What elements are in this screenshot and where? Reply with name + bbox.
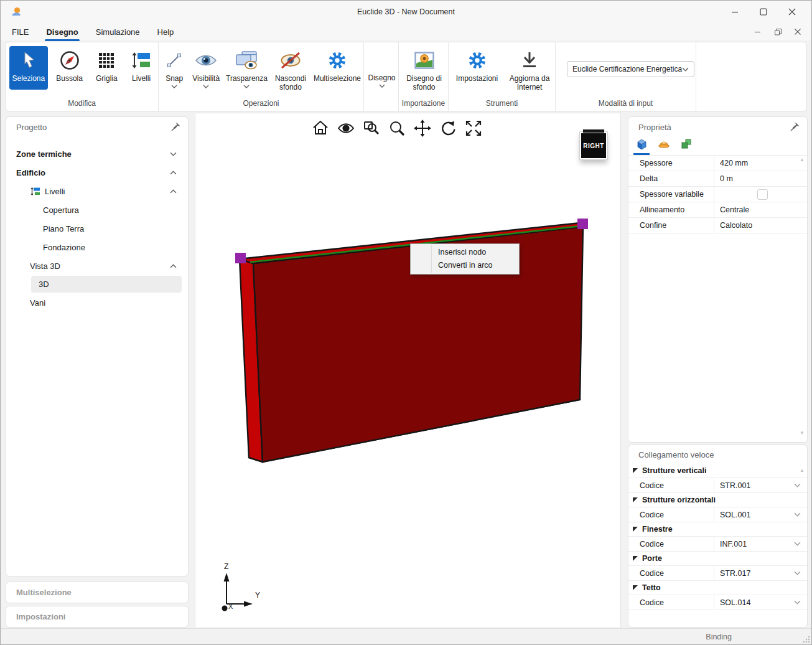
menu-help[interactable]: Help [151, 25, 180, 39]
home-view-button[interactable] [310, 118, 330, 138]
expander-triangle-icon [633, 585, 638, 590]
menu-disegno[interactable]: Disegno [40, 25, 84, 39]
menu-simulazione[interactable]: Simulazione [90, 25, 146, 39]
properties-tab-components[interactable] [678, 136, 694, 155]
document-close-icon [795, 29, 801, 35]
section-porte[interactable]: Porte [628, 552, 807, 566]
resize-grip[interactable] [803, 636, 810, 643]
document-close-button[interactable] [788, 24, 808, 39]
chevron-down-icon [203, 85, 209, 88]
view-cube[interactable]: RIGHT [580, 132, 607, 159]
pan-button[interactable] [413, 118, 432, 138]
property-value-confine[interactable]: Calcolato [714, 218, 807, 233]
griglia-button[interactable]: Griglia [91, 46, 122, 83]
visibility-view-button[interactable] [336, 118, 356, 138]
tree-item-vani[interactable]: Vani [6, 293, 188, 312]
rotate-button[interactable] [438, 118, 458, 138]
visibilita-button[interactable]: Visibilità [190, 46, 222, 88]
scroll-down-arrow[interactable]: ▼ [799, 430, 805, 436]
zoom-button[interactable] [387, 118, 407, 138]
tree-item-piano-terra[interactable]: Piano Terra [6, 219, 188, 238]
property-value-allineamento[interactable]: Centrale [714, 202, 807, 217]
trasparenza-button[interactable]: Trasparenza [226, 46, 268, 88]
impostazioni-panel-header[interactable]: Impostazioni [6, 606, 189, 628]
document-minimize-icon [755, 29, 761, 35]
expander-triangle-icon [633, 556, 638, 561]
chevron-down-icon [171, 85, 177, 88]
codice-strutture-verticali-select[interactable]: STR.001 [714, 478, 807, 492]
tree-item-edificio[interactable]: Edificio [6, 163, 188, 182]
gear-icon [467, 49, 488, 72]
property-row-delta: Delta 0 m [628, 171, 807, 187]
context-menu-item-converti-in-arco[interactable]: Converti in arco [411, 259, 519, 272]
spessore-variabile-checkbox[interactable] [757, 189, 768, 200]
menu-file[interactable]: FILE [6, 25, 35, 39]
codice-tetto-select[interactable]: SOL.014 [714, 595, 807, 610]
properties-tab-geometry[interactable] [633, 136, 650, 155]
chevron-down-icon [794, 600, 801, 605]
tree-item-vista-3d[interactable]: Vista 3D [6, 257, 188, 275]
aggiorna-da-internet-button[interactable]: Aggiorna da Internet [506, 46, 553, 92]
section-finestre[interactable]: Finestre [628, 522, 807, 537]
tree-item-zone-termiche[interactable]: Zone termiche [6, 144, 188, 163]
tree-item-fondazione[interactable]: Fondazione [6, 238, 188, 257]
download-icon [520, 49, 539, 72]
livelli-button[interactable]: Livelli [127, 46, 156, 83]
document-restore-button[interactable] [768, 24, 788, 39]
menu-bar: FILE Disegno Simulazione Help [1, 23, 811, 40]
close-button[interactable] [778, 2, 806, 21]
codice-porte-select[interactable]: STR.017 [714, 566, 807, 580]
zoom-window-icon [362, 119, 381, 138]
chevron-down-icon [243, 85, 250, 88]
viewport-3d[interactable]: RIGHT Inserisci nodo Converti in arco Z … [195, 113, 621, 628]
chevron-down-icon [794, 542, 801, 546]
disegno-dropdown-button[interactable]: Disegno [368, 69, 395, 88]
scroll-up-arrow[interactable]: ▲ [799, 157, 805, 162]
pan-icon [413, 119, 432, 138]
section-tetto[interactable]: Tetto [628, 581, 807, 595]
group-label-strumenti: Strumenti [449, 98, 555, 111]
fullscreen-button[interactable] [464, 118, 483, 138]
section-strutture-verticali[interactable]: Strutture verticali [628, 464, 807, 478]
property-value-delta[interactable]: 0 m [714, 171, 807, 186]
pin-icon[interactable] [790, 122, 800, 132]
context-menu: Inserisci nodo Converti in arco [410, 243, 520, 275]
close-icon [788, 8, 796, 16]
property-value-spessore[interactable]: 420 mm [714, 156, 807, 171]
expander-triangle-icon [633, 527, 638, 532]
multiselezione-button[interactable]: Multiselezione [314, 46, 361, 83]
zoom-window-button[interactable] [362, 118, 381, 138]
input-mode-select[interactable]: Euclide Certificazione Energetica [567, 61, 694, 77]
maximize-button[interactable] [749, 2, 778, 21]
section-strutture-orizzontali[interactable]: Strutture orizzontali [628, 493, 807, 507]
quicklink-row: Codice SOL.014 [628, 595, 807, 610]
tree-item-copertura[interactable]: Copertura [6, 200, 188, 219]
grid-icon [96, 49, 116, 72]
properties-tab-construction[interactable] [656, 136, 672, 155]
chevron-down-icon [794, 512, 801, 517]
minimize-button[interactable] [721, 2, 749, 21]
seleziona-button[interactable]: Seleziona [9, 46, 48, 90]
expander-triangle-icon [633, 468, 638, 473]
bussola-button[interactable]: Bussola [53, 46, 86, 83]
tree-item-livelli[interactable]: Livelli [6, 182, 188, 200]
multiselezione-panel-header[interactable]: Multiselezione [6, 581, 189, 603]
codice-strutture-orizzontali-select[interactable]: SOL.001 [714, 507, 807, 522]
codice-finestre-select[interactable]: INF.001 [714, 537, 807, 551]
viewport-toolbar [195, 118, 599, 138]
group-label-operazioni: Operazioni [159, 98, 363, 111]
impostazioni-button[interactable]: Impostazioni [452, 46, 502, 83]
context-menu-item-inserisci-nodo[interactable]: Inserisci nodo [411, 246, 519, 259]
view-cube-face-label: RIGHT [583, 143, 604, 149]
scroll-up-arrow[interactable]: ▲ [799, 468, 805, 473]
document-minimize-button[interactable] [748, 24, 768, 39]
nascondi-sfondo-button[interactable]: Nascondi sfondo [271, 46, 310, 92]
tree-item-3d-selected[interactable]: 3D [31, 276, 182, 293]
eye-slash-icon [279, 49, 302, 72]
pin-icon[interactable] [170, 122, 180, 132]
disegno-di-sfondo-button[interactable]: Disegno di sfondo [403, 46, 446, 92]
snap-button[interactable]: Snap [162, 46, 186, 88]
group-label-input-mode: Modalità di input [556, 98, 696, 111]
context-menu-gutter [431, 245, 432, 273]
blue-cube-icon [635, 138, 648, 150]
